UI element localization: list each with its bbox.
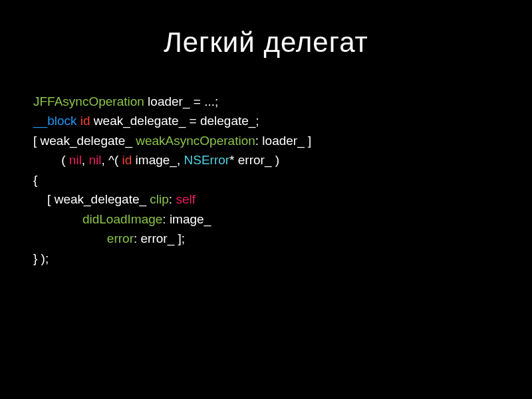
code-text <box>33 231 107 245</box>
code-text: } ); <box>33 251 49 265</box>
code-text: { <box>33 173 37 187</box>
code-nil: nil <box>88 153 101 167</box>
code-text: [ weak_delegate_ <box>33 192 150 206</box>
code-method: weakAsyncOperation <box>136 134 255 148</box>
code-method: error <box>107 231 134 245</box>
code-class: NSError <box>184 153 229 167</box>
code-method: didLoadImage <box>82 212 162 226</box>
code-block: JFFAsyncOperation loader_ = ...; __block… <box>33 92 499 268</box>
code-text: : image_ <box>162 212 211 226</box>
code-text: [ weak_delegate_ <box>33 134 136 148</box>
code-text: , ^( <box>101 153 122 167</box>
code-text: : loader_ ] <box>255 134 312 148</box>
code-self: self <box>176 192 196 206</box>
code-text: image_, <box>132 153 184 167</box>
code-text: loader_ = ...; <box>144 94 218 108</box>
code-keyword: id <box>122 153 132 167</box>
code-type: JFFAsyncOperation <box>33 94 144 108</box>
code-text: : error_ ]; <box>134 231 185 245</box>
code-text: , <box>82 153 89 167</box>
code-keyword: __block <box>33 114 77 128</box>
slide-container: Легкий делегат JFFAsyncOperation loader_… <box>0 0 532 399</box>
code-text: weak_delegate_ = delegate_; <box>90 114 259 128</box>
code-text: * error_ ) <box>229 153 279 167</box>
code-text <box>33 212 82 226</box>
slide-title: Легкий делегат <box>33 27 499 59</box>
code-nil: nil <box>69 153 82 167</box>
code-keyword: id <box>77 114 90 128</box>
code-text: ( <box>33 153 69 167</box>
code-method: clip <box>150 192 169 206</box>
code-text: : <box>169 192 176 206</box>
